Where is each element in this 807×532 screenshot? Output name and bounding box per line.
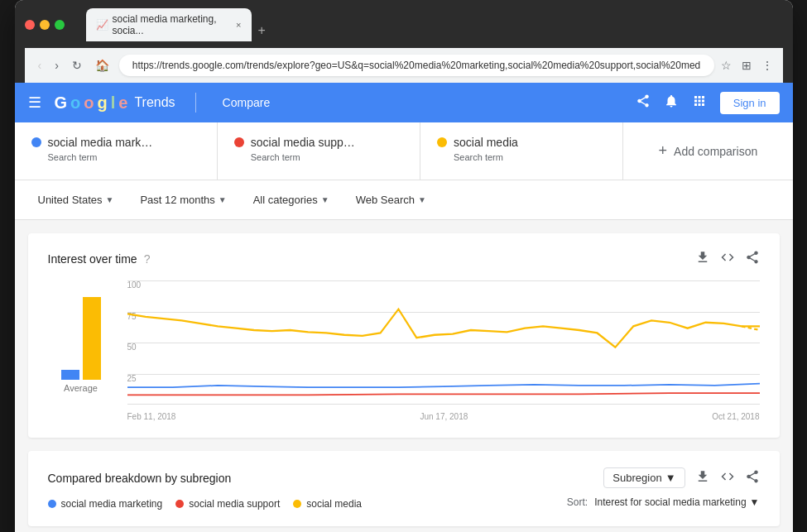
search-term-item-3[interactable]: social media Search term [420,122,623,180]
legend-item-blue: social media marketing [48,498,163,510]
red-line [127,393,760,395]
notification-header-icon[interactable] [664,93,679,112]
line-chart-svg [127,280,760,405]
sort-value: Interest for social media marketing [594,496,746,508]
legend-label-yellow: social media [306,498,362,510]
compare-label: Compare [223,96,271,109]
app-content: ☰ G o o g l e Trends Compare [15,83,793,532]
term-dot-red [234,137,244,147]
embed-icon[interactable] [720,250,735,267]
card-title-group: Interest over time ? [48,252,151,266]
forward-button[interactable]: › [51,55,62,75]
subregion-header-right: Subregion ▼ [603,467,759,488]
subregion-embed-icon[interactable] [720,469,735,487]
category-filter[interactable]: All categories ▼ [247,190,336,209]
x-label-jun: Jun 17, 2018 [420,412,468,421]
download-icon[interactable] [695,250,710,267]
header-right-actions: Sign in [636,92,780,114]
term-type-3: Search term [454,152,606,162]
google-g2-icon: g [98,93,108,113]
add-comparison-button[interactable]: + Add comparison [623,122,792,180]
share-card-icon[interactable] [745,250,760,267]
browser-controls: 📈 social media marketing, socia... × + [25,8,783,41]
hamburger-menu-icon[interactable]: ☰ [28,93,41,112]
help-icon[interactable]: ? [144,252,151,266]
home-button[interactable]: 🏠 [92,55,113,75]
term-dot-blue [31,137,41,147]
sort-dropdown[interactable]: Interest for social media marketing ▼ [594,496,759,508]
browser-window: 📈 social media marketing, socia... × + ‹… [15,0,793,532]
bookmark-icon[interactable]: ☆ [721,59,732,72]
category-filter-label: All categories [253,194,318,206]
bar-blue [61,370,79,380]
search-term-name-3: social media [437,136,606,149]
chart-x-labels: Feb 11, 2018 Jun 17, 2018 Oct 21, 2018 [127,412,760,421]
subregion-dropdown-arrow: ▼ [665,472,676,484]
chart-left-panel: Average [48,280,114,421]
interest-over-time-card: Interest over time ? [28,233,780,438]
signin-button[interactable]: Sign in [720,92,780,114]
blue-line [127,384,760,388]
term-type-1: Search term [48,152,200,162]
minimize-button[interactable] [40,20,50,30]
tab-close-icon[interactable]: × [236,20,241,30]
extensions-icon[interactable]: ⊞ [742,59,752,72]
google-e-icon: e [118,93,127,113]
menu-icon[interactable]: ⋮ [761,59,773,72]
sort-arrow-icon: ▼ [750,496,760,508]
bar-yellow [83,297,101,380]
time-filter[interactable]: Past 12 months ▼ [133,190,233,209]
subregion-share-icon[interactable] [745,469,760,487]
chart-average-label: Average [64,383,98,393]
trends-text: Trends [134,95,175,110]
close-button[interactable] [25,20,35,30]
search-term-item-2[interactable]: social media supp… Search term [218,122,420,180]
subregion-download-icon[interactable] [695,469,710,487]
term-type-2: Search term [251,152,403,162]
legend-label-blue: social media marketing [61,498,163,510]
browser-tab-active[interactable]: 📈 social media marketing, socia... × [86,8,252,41]
apps-header-icon[interactable] [692,93,707,112]
location-filter-arrow: ▼ [106,195,114,204]
tab-favicon-icon: 📈 [96,19,108,31]
subregion-dropdown[interactable]: Subregion ▼ [603,467,685,488]
address-bar[interactable] [119,55,714,76]
chart-right-panel: 100 75 50 25 [127,280,760,421]
tab-title: social media marketing, socia... [113,13,228,36]
interest-card-header: Interest over time ? [48,250,760,267]
sort-bar: Sort: Interest for social media marketin… [567,496,760,508]
share-header-icon[interactable] [636,93,651,112]
back-button[interactable]: ‹ [35,55,46,75]
term-label-2: social media supp… [251,136,355,149]
sort-label: Sort: [567,496,588,508]
google-l-icon: l [111,93,116,113]
legend-dot-blue [48,500,56,508]
interest-card-actions [695,250,760,267]
time-filter-arrow: ▼ [219,195,227,204]
search-type-filter[interactable]: Web Search ▼ [349,190,433,209]
reload-button[interactable]: ↻ [69,55,85,75]
new-tab-button[interactable]: + [252,20,272,41]
search-term-item-1[interactable]: social media mark… Search term [15,122,218,180]
legend-item-yellow: social media [293,498,362,510]
search-type-label: Web Search [356,194,415,206]
browser-toolbar: ‹ › ↻ 🏠 ☆ ⊞ ⋮ [25,48,783,83]
location-filter-label: United States [38,194,103,206]
browser-titlebar: 📈 social media marketing, socia... × + ‹… [15,0,793,83]
search-type-arrow: ▼ [418,195,426,204]
subregion-card-header: Compared breakdown by subregion Subregio… [48,467,760,488]
legend-label-red: social media support [189,498,280,510]
category-filter-arrow: ▼ [321,195,329,204]
x-label-oct: Oct 21, 2018 [712,412,759,421]
tab-bar: 📈 social media marketing, socia... × + [86,8,272,41]
add-icon: + [659,142,668,160]
header-divider [195,93,196,113]
subregion-footer: social media marketing social media supp… [48,495,760,510]
maximize-button[interactable] [55,20,65,30]
term-dot-yellow [437,137,447,147]
chart-container: Average 100 75 50 25 [48,280,760,421]
google-o2-icon: o [84,93,94,113]
google-text: G [55,93,68,113]
search-terms-bar: social media mark… Search term social me… [15,122,793,180]
location-filter[interactable]: United States ▼ [31,190,121,209]
